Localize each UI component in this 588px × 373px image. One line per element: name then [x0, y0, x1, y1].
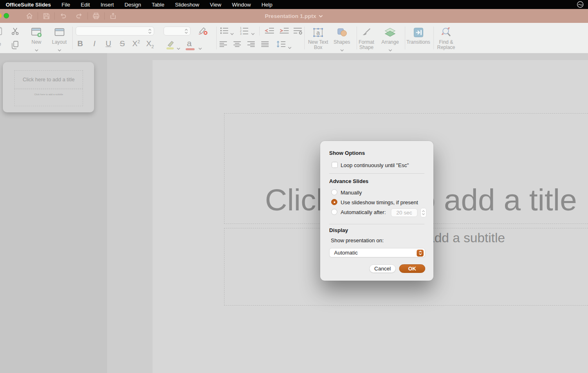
numbered-list-icon[interactable]: 123 — [240, 27, 249, 36]
menu-bar: OfficeSuite Slides File Edit Insert Desi… — [0, 0, 588, 9]
layout-button[interactable]: Layout — [48, 23, 70, 53]
align-center-icon[interactable] — [233, 41, 241, 49]
menu-window[interactable]: Window — [232, 2, 251, 8]
paste-label[interactable]: Paste — [0, 42, 1, 47]
chevron-down-icon[interactable] — [251, 29, 255, 37]
loop-checkbox-label[interactable]: Loop continuously until "Esc" — [341, 162, 409, 168]
slide-thumbnail-panel[interactable]: Click here to add a title Click here to … — [0, 53, 107, 373]
menu-help[interactable]: Help — [261, 2, 272, 8]
align-justify-icon[interactable] — [261, 41, 269, 49]
chevron-down-icon — [58, 46, 61, 53]
svg-text:2: 2 — [240, 29, 242, 32]
ok-button[interactable]: OK — [399, 264, 425, 273]
stepper-icon — [184, 28, 189, 36]
svg-text:1: 1 — [240, 27, 242, 29]
system-logo-icon[interactable] — [577, 1, 584, 9]
new-slide-button[interactable]: New — [26, 23, 47, 53]
manually-radio[interactable] — [331, 189, 337, 195]
menu-view[interactable]: View — [210, 2, 221, 8]
thumb-title-placeholder: Click here to add a title — [14, 70, 83, 89]
cancel-button[interactable]: Cancel — [369, 264, 396, 273]
toolbar: Paste New — [0, 23, 588, 53]
show-options-heading: Show Options — [329, 150, 365, 156]
chevron-down-icon — [340, 46, 344, 53]
new-text-box-button[interactable]: a New Text Box — [306, 23, 330, 53]
automatically-radio-label[interactable]: Automatically after: — [341, 209, 386, 215]
transitions-button[interactable]: Transitions — [406, 23, 431, 53]
dropdown-stepper-icon — [417, 250, 424, 257]
decrease-indent-icon[interactable] — [264, 27, 275, 36]
format-shape-button[interactable]: Format Shape — [355, 23, 378, 53]
paste-icon[interactable] — [0, 27, 2, 37]
thumb-subtitle-placeholder: Click here to add a subtitle — [14, 89, 83, 106]
menu-file[interactable]: File — [62, 2, 70, 8]
menu-edit[interactable]: Edit — [81, 2, 90, 8]
print-icon[interactable] — [91, 11, 101, 21]
align-right-icon[interactable] — [247, 41, 255, 49]
copy-icon[interactable] — [11, 41, 19, 51]
highlight-color-button[interactable] — [165, 40, 175, 51]
list-settings-icon[interactable] — [293, 27, 303, 36]
menu-table[interactable]: Table — [152, 2, 164, 8]
after-seconds-field[interactable]: 20 sec — [391, 208, 417, 217]
font-color-button[interactable]: a — [187, 38, 192, 48]
stepper-icon — [148, 28, 152, 36]
shapes-button[interactable]: Shapes — [330, 23, 353, 53]
increase-indent-icon[interactable] — [279, 27, 290, 36]
chevron-down-icon[interactable] — [177, 44, 180, 51]
traffic-light-minimize[interactable] — [0, 13, 2, 18]
shapes-icon — [337, 27, 348, 38]
display-dropdown[interactable]: Automatic — [329, 248, 425, 257]
slide-thumbnail-1[interactable]: Click here to add a title Click here to … — [3, 62, 94, 112]
traffic-light-zoom[interactable] — [4, 13, 9, 18]
menu-insert[interactable]: Insert — [101, 2, 114, 8]
svg-text:a: a — [316, 29, 320, 36]
menu-slideshow[interactable]: Slideshow — [175, 2, 199, 8]
save-icon[interactable] — [41, 11, 51, 21]
share-icon[interactable] — [108, 11, 118, 21]
use-timings-radio-label[interactable]: Use slideshow timings, if present — [341, 199, 418, 205]
menu-design[interactable]: Design — [124, 2, 141, 8]
arrange-button[interactable]: Arrange — [379, 23, 402, 53]
cut-icon[interactable] — [11, 27, 19, 37]
superscript-button[interactable]: X2 — [131, 39, 141, 48]
loop-checkbox[interactable] — [332, 162, 338, 168]
app-window: OfficeSuite Slides File Edit Insert Desi… — [0, 0, 588, 373]
title-bar: Presentation 1.pptx — [0, 9, 588, 23]
strikethrough-button[interactable]: S — [117, 39, 128, 48]
find-replace-button[interactable]: Find & Replace — [434, 23, 458, 53]
italic-button[interactable]: I — [89, 39, 100, 48]
line-spacing-icon[interactable] — [276, 40, 286, 50]
seconds-stepper[interactable] — [420, 208, 426, 217]
chevron-down-icon — [388, 46, 392, 53]
chevron-down-icon[interactable] — [288, 43, 292, 51]
show-presentation-label: Show presentation on: — [331, 237, 384, 243]
manually-radio-label[interactable]: Manually — [341, 190, 362, 196]
subscript-button[interactable]: X2 — [145, 39, 155, 49]
font-name-select[interactable] — [76, 27, 154, 36]
undo-icon[interactable] — [58, 11, 68, 21]
chevron-down-icon[interactable] — [230, 29, 234, 37]
clear-formatting-icon[interactable] — [197, 26, 208, 38]
automatically-radio[interactable] — [331, 209, 337, 215]
font-size-select[interactable] — [164, 27, 191, 36]
display-heading: Display — [329, 227, 348, 233]
paintbrush-icon — [361, 27, 372, 38]
content-area: Click here to add a title Click here to … — [0, 53, 588, 373]
underline-button[interactable]: U — [103, 39, 114, 48]
slideshow-settings-dialog: Show Options Loop continuously until "Es… — [320, 141, 433, 281]
new-slide-icon — [31, 27, 42, 38]
use-timings-radio[interactable] — [331, 199, 337, 205]
chevron-down-icon[interactable] — [198, 44, 202, 51]
align-left-icon[interactable] — [219, 41, 227, 49]
text-box-icon: a — [312, 27, 324, 38]
transitions-icon — [413, 27, 424, 38]
bold-button[interactable]: B — [75, 39, 85, 48]
find-replace-icon — [440, 27, 452, 38]
home-icon[interactable] — [25, 11, 34, 21]
advance-slides-heading: Advance Slides — [329, 178, 368, 184]
bullet-list-icon[interactable] — [220, 27, 229, 36]
display-dropdown-value: Automatic — [334, 250, 358, 256]
menu-app-name[interactable]: OfficeSuite Slides — [6, 2, 51, 8]
redo-icon[interactable] — [74, 11, 84, 21]
